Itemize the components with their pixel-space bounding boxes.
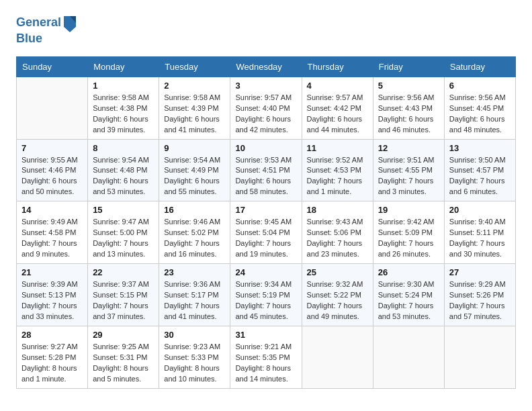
day-number: 14 — [21, 205, 83, 215]
day-number: 13 — [449, 143, 511, 153]
day-number: 21 — [21, 267, 83, 277]
calendar-cell — [373, 326, 444, 388]
day-info: Sunrise: 9:47 AMSunset: 5:00 PMDaylight:… — [93, 217, 154, 260]
day-info: Sunrise: 9:23 AMSunset: 5:33 PMDaylight:… — [164, 342, 225, 385]
day-number: 16 — [164, 205, 225, 215]
day-number: 26 — [378, 267, 439, 277]
day-info: Sunrise: 9:53 AMSunset: 4:51 PMDaylight:… — [235, 155, 296, 198]
day-info: Sunrise: 9:46 AMSunset: 5:02 PMDaylight:… — [164, 217, 225, 260]
day-number: 19 — [378, 205, 439, 215]
day-number: 27 — [449, 267, 511, 277]
calendar-cell: 13Sunrise: 9:50 AMSunset: 4:57 PMDayligh… — [444, 139, 515, 201]
day-info: Sunrise: 9:54 AMSunset: 4:49 PMDaylight:… — [164, 155, 225, 198]
day-info: Sunrise: 9:57 AMSunset: 4:40 PMDaylight:… — [235, 93, 296, 136]
calendar-week-row: 14Sunrise: 9:49 AMSunset: 4:58 PMDayligh… — [17, 201, 516, 264]
calendar-cell: 21Sunrise: 9:39 AMSunset: 5:13 PMDayligh… — [17, 264, 88, 326]
weekday-header: Wednesday — [230, 56, 302, 77]
day-number: 31 — [235, 330, 296, 340]
calendar-cell: 17Sunrise: 9:45 AMSunset: 5:04 PMDayligh… — [230, 201, 302, 264]
day-info: Sunrise: 9:37 AMSunset: 5:15 PMDaylight:… — [93, 279, 154, 322]
calendar-cell: 30Sunrise: 9:23 AMSunset: 5:33 PMDayligh… — [159, 326, 230, 388]
calendar-cell: 28Sunrise: 9:27 AMSunset: 5:28 PMDayligh… — [17, 326, 88, 388]
calendar-cell: 31Sunrise: 9:21 AMSunset: 5:35 PMDayligh… — [230, 326, 302, 388]
day-number: 28 — [21, 330, 83, 340]
day-number: 25 — [307, 267, 368, 277]
calendar-cell: 10Sunrise: 9:53 AMSunset: 4:51 PMDayligh… — [230, 139, 302, 201]
calendar-week-row: 28Sunrise: 9:27 AMSunset: 5:28 PMDayligh… — [17, 326, 516, 388]
calendar-week-row: 21Sunrise: 9:39 AMSunset: 5:13 PMDayligh… — [17, 264, 516, 326]
day-info: Sunrise: 9:25 AMSunset: 5:31 PMDaylight:… — [93, 342, 154, 385]
calendar-table: SundayMondayTuesdayWednesdayThursdayFrid… — [16, 56, 516, 389]
weekday-header: Sunday — [17, 56, 88, 77]
calendar-cell: 26Sunrise: 9:30 AMSunset: 5:24 PMDayligh… — [373, 264, 444, 326]
day-info: Sunrise: 9:50 AMSunset: 4:57 PMDaylight:… — [449, 155, 511, 198]
calendar-cell: 5Sunrise: 9:56 AMSunset: 4:43 PMDaylight… — [373, 77, 444, 139]
calendar-cell: 27Sunrise: 9:29 AMSunset: 5:26 PMDayligh… — [444, 264, 515, 326]
day-number: 4 — [307, 81, 368, 91]
calendar-cell: 25Sunrise: 9:32 AMSunset: 5:22 PMDayligh… — [302, 264, 373, 326]
calendar-cell: 11Sunrise: 9:52 AMSunset: 4:53 PMDayligh… — [302, 139, 373, 201]
day-info: Sunrise: 9:54 AMSunset: 4:48 PMDaylight:… — [93, 155, 154, 198]
day-number: 18 — [307, 205, 368, 215]
day-number: 7 — [21, 143, 83, 153]
day-number: 5 — [378, 81, 439, 91]
weekday-header: Friday — [373, 56, 444, 77]
calendar-cell: 20Sunrise: 9:40 AMSunset: 5:11 PMDayligh… — [444, 201, 515, 264]
calendar-cell: 23Sunrise: 9:36 AMSunset: 5:17 PMDayligh… — [159, 264, 230, 326]
calendar-cell: 4Sunrise: 9:57 AMSunset: 4:42 PMDaylight… — [302, 77, 373, 139]
weekday-header: Saturday — [444, 56, 515, 77]
day-info: Sunrise: 9:40 AMSunset: 5:11 PMDaylight:… — [449, 217, 511, 260]
day-info: Sunrise: 9:56 AMSunset: 4:45 PMDaylight:… — [449, 93, 511, 136]
day-number: 30 — [164, 330, 225, 340]
day-number: 2 — [164, 81, 225, 91]
calendar-week-row: 7Sunrise: 9:55 AMSunset: 4:46 PMDaylight… — [17, 139, 516, 201]
day-info: Sunrise: 9:39 AMSunset: 5:13 PMDaylight:… — [21, 279, 83, 322]
day-info: Sunrise: 9:42 AMSunset: 5:09 PMDaylight:… — [378, 217, 439, 260]
calendar-cell — [444, 326, 515, 388]
weekday-header: Tuesday — [159, 56, 230, 77]
calendar-cell: 3Sunrise: 9:57 AMSunset: 4:40 PMDaylight… — [230, 77, 302, 139]
day-number: 9 — [164, 143, 225, 153]
day-info: Sunrise: 9:57 AMSunset: 4:42 PMDaylight:… — [307, 93, 368, 136]
calendar-cell: 9Sunrise: 9:54 AMSunset: 4:49 PMDaylight… — [159, 139, 230, 201]
calendar-cell: 19Sunrise: 9:42 AMSunset: 5:09 PMDayligh… — [373, 201, 444, 264]
calendar-cell: 12Sunrise: 9:51 AMSunset: 4:55 PMDayligh… — [373, 139, 444, 201]
day-number: 22 — [93, 267, 154, 277]
day-info: Sunrise: 9:58 AMSunset: 4:38 PMDaylight:… — [93, 93, 154, 136]
weekday-header: Thursday — [302, 56, 373, 77]
logo-text: General — [16, 16, 61, 30]
calendar-cell: 15Sunrise: 9:47 AMSunset: 5:00 PMDayligh… — [88, 201, 159, 264]
page-header: General Blue — [16, 13, 516, 46]
day-number: 8 — [93, 143, 154, 153]
day-info: Sunrise: 9:34 AMSunset: 5:19 PMDaylight:… — [235, 279, 296, 322]
day-info: Sunrise: 9:30 AMSunset: 5:24 PMDaylight:… — [378, 279, 439, 322]
calendar-cell: 22Sunrise: 9:37 AMSunset: 5:15 PMDayligh… — [88, 264, 159, 326]
day-number: 17 — [235, 205, 296, 215]
calendar-cell: 29Sunrise: 9:25 AMSunset: 5:31 PMDayligh… — [88, 326, 159, 388]
logo-text2: Blue — [16, 32, 77, 46]
calendar-week-row: 1Sunrise: 9:58 AMSunset: 4:38 PMDaylight… — [17, 77, 516, 139]
day-number: 20 — [449, 205, 511, 215]
day-info: Sunrise: 9:52 AMSunset: 4:53 PMDaylight:… — [307, 155, 368, 198]
calendar-cell: 18Sunrise: 9:43 AMSunset: 5:06 PMDayligh… — [302, 201, 373, 264]
day-number: 12 — [378, 143, 439, 153]
calendar-cell: 6Sunrise: 9:56 AMSunset: 4:45 PMDaylight… — [444, 77, 515, 139]
day-info: Sunrise: 9:32 AMSunset: 5:22 PMDaylight:… — [307, 279, 368, 322]
calendar-header-row: SundayMondayTuesdayWednesdayThursdayFrid… — [17, 56, 516, 77]
day-info: Sunrise: 9:43 AMSunset: 5:06 PMDaylight:… — [307, 217, 368, 260]
logo: General Blue — [16, 13, 77, 46]
calendar-cell: 24Sunrise: 9:34 AMSunset: 5:19 PMDayligh… — [230, 264, 302, 326]
day-info: Sunrise: 9:29 AMSunset: 5:26 PMDaylight:… — [449, 279, 511, 322]
day-number: 24 — [235, 267, 296, 277]
day-info: Sunrise: 9:55 AMSunset: 4:46 PMDaylight:… — [21, 155, 83, 198]
calendar-cell: 14Sunrise: 9:49 AMSunset: 4:58 PMDayligh… — [17, 201, 88, 264]
day-number: 10 — [235, 143, 296, 153]
day-number: 11 — [307, 143, 368, 153]
calendar-cell — [302, 326, 373, 388]
day-number: 15 — [93, 205, 154, 215]
day-number: 29 — [93, 330, 154, 340]
day-number: 1 — [93, 81, 154, 91]
day-number: 6 — [449, 81, 511, 91]
calendar-cell: 1Sunrise: 9:58 AMSunset: 4:38 PMDaylight… — [88, 77, 159, 139]
day-info: Sunrise: 9:27 AMSunset: 5:28 PMDaylight:… — [21, 342, 83, 385]
